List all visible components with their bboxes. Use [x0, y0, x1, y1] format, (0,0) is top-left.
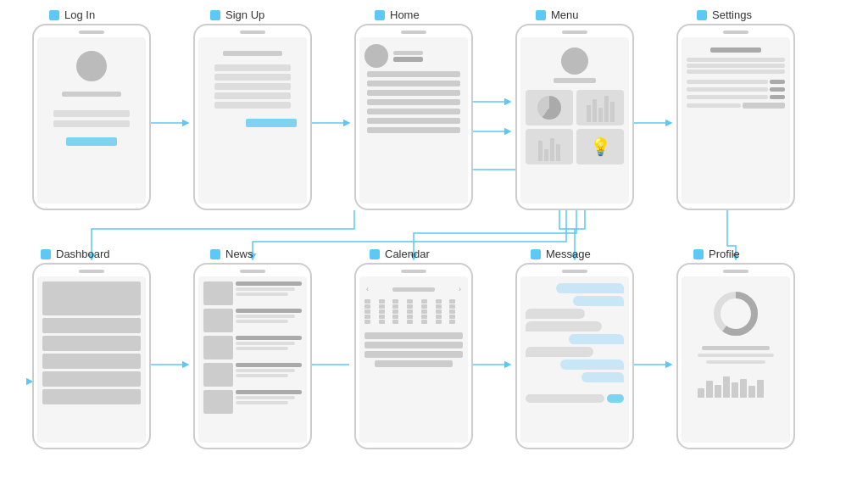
- login-phone: [32, 24, 151, 210]
- profile-phone: [676, 263, 795, 449]
- menu-screen: 💡: [520, 37, 629, 203]
- news-phone: [193, 263, 312, 449]
- signup-icon: [210, 10, 220, 20]
- signup-label: Sign Up: [210, 8, 264, 21]
- login-screen: [37, 37, 146, 203]
- diagram-container: Log In Sign Up: [0, 0, 868, 496]
- profile-icon: [693, 249, 704, 259]
- message-label: Message: [531, 248, 591, 260]
- news-screen: [198, 276, 307, 443]
- settings-icon: [697, 10, 707, 20]
- menu-phone: 💡: [515, 24, 634, 210]
- menu-label: Menu: [536, 8, 579, 21]
- calendar-phone: ‹ ›: [354, 263, 473, 449]
- login-label: Log In: [49, 8, 95, 21]
- home-label: Home: [375, 8, 420, 21]
- signup-screen: [198, 37, 307, 203]
- calendar-screen: ‹ ›: [359, 276, 468, 443]
- news-icon: [210, 249, 220, 259]
- profile-label: Profile: [693, 248, 740, 260]
- settings-phone: [676, 24, 795, 210]
- dashboard-screen: [37, 276, 146, 443]
- dashboard-phone: [32, 263, 151, 449]
- profile-screen: [682, 276, 790, 443]
- login-icon: [49, 10, 59, 20]
- home-icon: [375, 10, 385, 20]
- calendar-icon: [370, 249, 380, 259]
- home-screen: [359, 37, 468, 203]
- dashboard-label: Dashboard: [41, 248, 110, 260]
- message-icon: [531, 249, 541, 259]
- news-label: News: [210, 248, 253, 260]
- message-screen: [520, 276, 629, 443]
- dashboard-icon: [41, 249, 51, 259]
- settings-screen: [682, 37, 790, 203]
- settings-label: Settings: [697, 8, 752, 21]
- menu-icon: [536, 10, 546, 20]
- signup-phone: [193, 24, 312, 210]
- home-phone: [354, 24, 473, 210]
- calendar-label: Calendar: [370, 248, 430, 260]
- message-phone: [515, 263, 634, 449]
